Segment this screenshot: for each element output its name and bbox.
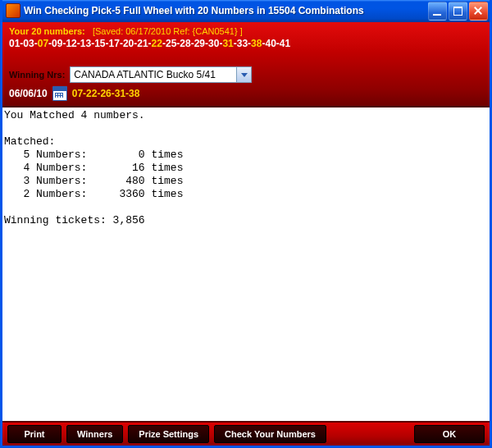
wheel-number: 20 xyxy=(123,38,134,49)
titlebar: Win Checking Pick-5 Full Wheel with 20 N… xyxy=(2,0,490,22)
winning-numbers: 07-22-26-31-38 xyxy=(72,88,140,99)
app-icon xyxy=(6,3,20,18)
your-numbers-label: Your 20 numbers: xyxy=(9,26,85,36)
wheel-number: 28 xyxy=(180,38,190,49)
wheel-number: 01 xyxy=(9,38,20,49)
wheel-number: 22 xyxy=(152,38,162,49)
wheel-number: 09 xyxy=(52,38,62,49)
wheel-number: 31 xyxy=(222,38,233,49)
your-numbers-row: Your 20 numbers: [Saved: 06/17/2010 Ref:… xyxy=(9,25,483,50)
ok-button[interactable]: OK xyxy=(414,425,485,443)
button-bar: Print Winners Prize Settings Check Your … xyxy=(2,421,490,446)
window-title: Win Checking Pick-5 Full Wheel with 20 N… xyxy=(24,5,425,16)
chevron-down-icon[interactable] xyxy=(236,67,251,82)
winners-button[interactable]: Winners xyxy=(66,425,123,443)
wheel-number: 15 xyxy=(94,38,105,49)
saved-info: [Saved: 06/17/2010 Ref: {CAN0541} ] xyxy=(93,26,243,36)
wheel-number: 17 xyxy=(109,38,120,49)
wheel-number: 21 xyxy=(137,38,148,49)
wheel-number: 13 xyxy=(80,38,91,49)
wheel-number: 25 xyxy=(166,38,176,49)
wheel-number: 07 xyxy=(38,38,48,49)
calendar-icon[interactable] xyxy=(52,86,67,101)
check-numbers-button[interactable]: Check Your Numbers xyxy=(214,425,326,443)
results-area: You Matched 4 numbers. Matched: 5 Number… xyxy=(2,107,490,421)
close-button[interactable] xyxy=(469,2,488,21)
wheel-number: 29 xyxy=(194,38,205,49)
wheel-number: 30 xyxy=(208,38,219,49)
wheel-number: 03 xyxy=(23,38,34,49)
wheel-number: 12 xyxy=(66,38,76,49)
winning-select-row: Winning Nrs: CANADA ATLANTIC Bucko 5/41 xyxy=(9,66,483,83)
print-button[interactable]: Print xyxy=(7,425,61,443)
window-buttons xyxy=(428,2,488,21)
wheel-number: 41 xyxy=(280,38,290,49)
draw-date-row: 06/06/10 07-22-26-31-38 xyxy=(9,86,483,101)
draw-date: 06/06/10 xyxy=(9,88,48,99)
lottery-select-value: CANADA ATLANTIC Bucko 5/41 xyxy=(71,69,236,80)
header-panel: Your 20 numbers: [Saved: 06/17/2010 Ref:… xyxy=(2,22,490,107)
prize-settings-button[interactable]: Prize Settings xyxy=(128,425,209,443)
minimize-button[interactable] xyxy=(428,2,447,21)
winning-numbers-label: Winning Nrs: xyxy=(9,70,65,80)
your-numbers-list: 01-03-07-09-12-13-15-17-20-21-22-25-28-2… xyxy=(9,38,290,49)
wheel-number: 33 xyxy=(237,38,248,49)
wheel-number: 38 xyxy=(251,38,262,49)
maximize-button[interactable] xyxy=(449,2,467,21)
lottery-select[interactable]: CANADA ATLANTIC Bucko 5/41 xyxy=(70,66,252,83)
wheel-number: 40 xyxy=(265,38,276,49)
app-window: Win Checking Pick-5 Full Wheel with 20 N… xyxy=(0,0,492,448)
